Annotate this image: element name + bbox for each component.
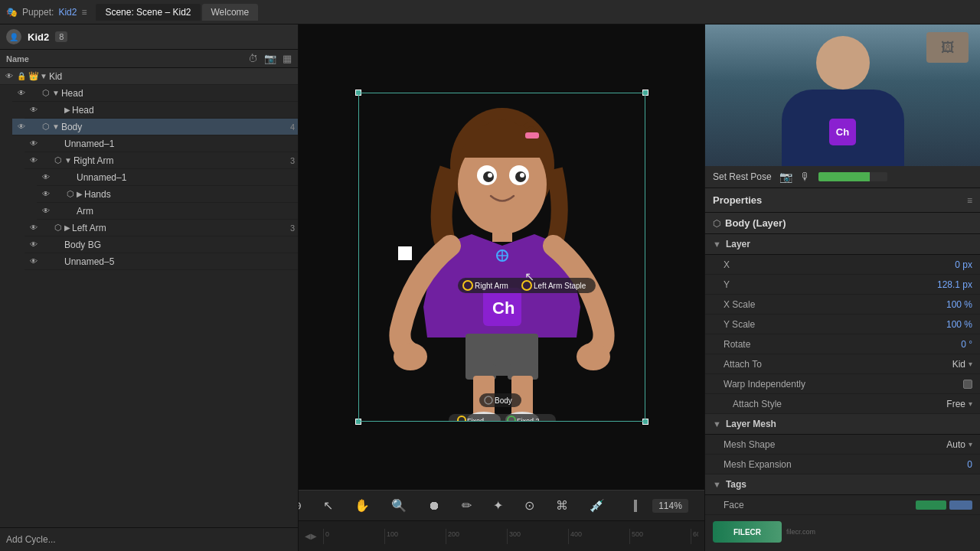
corner-handle-tl[interactable]: [355, 90, 361, 96]
visibility-toggle[interactable]: 👁: [15, 122, 28, 131]
layer-name: Left Arm: [72, 223, 279, 233]
puppet-pin-tool[interactable]: ✦: [488, 495, 508, 516]
prop-value[interactable]: 100 %: [926, 319, 972, 330]
lock-icon[interactable]: 🔒: [15, 72, 28, 80]
user-name[interactable]: Kid2: [28, 31, 49, 43]
prop-value[interactable]: 0 °: [926, 339, 972, 350]
expand-arrow[interactable]: ▼: [52, 89, 60, 97]
add-cycle-button[interactable]: Add Cycle...: [6, 534, 56, 545]
visibility-toggle[interactable]: 👁: [28, 106, 40, 114]
ruler-mark: 100: [384, 529, 446, 544]
layer-row[interactable]: 👁 ⬡ ▶ Hands: [37, 186, 298, 203]
expand-arrow[interactable]: ▶: [64, 223, 70, 232]
corner-handle-tr[interactable]: [642, 90, 648, 96]
warp-tool[interactable]: ⌘: [551, 495, 573, 516]
mesh-shape-value: Auto: [946, 439, 965, 450]
layer-section-header[interactable]: ▼ Layer: [705, 234, 980, 255]
svg-text:Left Arm Staple: Left Arm Staple: [534, 282, 586, 290]
tab-welcome[interactable]: Welcome: [202, 4, 259, 21]
expand-arrow[interactable]: ▼: [52, 122, 60, 131]
record-tool[interactable]: ⏺: [423, 496, 445, 516]
camera-icon[interactable]: 📷: [264, 53, 276, 64]
corner-handle-bl[interactable]: [355, 419, 361, 425]
visibility-toggle[interactable]: 👁: [40, 207, 52, 215]
webcam-icon[interactable]: 📷: [779, 171, 792, 183]
mesh-shape-dropdown[interactable]: Auto ▾: [946, 439, 972, 450]
prop-value[interactable]: 128.1 px: [926, 279, 972, 290]
eyedropper-tool[interactable]: 💉: [585, 495, 609, 516]
puppet-menu-icon[interactable]: ≡: [81, 7, 87, 18]
layer-row[interactable]: 👁 Arm: [37, 203, 298, 220]
visibility-toggle[interactable]: 👁: [40, 190, 52, 198]
add-puppet-button[interactable]: ⊕: [299, 495, 306, 516]
layer-name: Head: [72, 105, 279, 116]
pen-tool[interactable]: ✏: [457, 495, 476, 516]
prop-label: Attach To: [724, 359, 952, 370]
tab-scene[interactable]: Scene: Scene – Kid2: [96, 4, 200, 21]
ruler-mark: 400: [568, 529, 629, 544]
timer-icon[interactable]: ⏱: [248, 53, 258, 64]
layer-row[interactable]: 👁 ⬡ ▼ Head: [12, 85, 298, 102]
attach-style-dropdown[interactable]: Free ▾: [946, 399, 972, 409]
timeline: ◀▶ 0 100 200 300 400 500 600 700 800 900: [299, 520, 704, 551]
visibility-toggle[interactable]: 👁: [28, 223, 40, 232]
properties-menu-icon[interactable]: ≡: [967, 195, 972, 206]
canvas-content[interactable]: Fixed Fixed 2 Ch: [299, 24, 704, 490]
layer-row[interactable]: 👁 Unnamed–1: [24, 135, 298, 152]
layer-list: 👁 🔒 👑 ▼ Kid 👁 ⬡ ▼ Head 👁 ▶: [0, 68, 298, 527]
group-icon: 👑: [28, 71, 40, 81]
visibility-toggle[interactable]: 👁: [28, 156, 40, 165]
set-rest-pose-button[interactable]: Set Rest Pose: [713, 171, 772, 182]
expand-arrow[interactable]: ▼: [64, 156, 72, 165]
video-head: [816, 36, 870, 90]
right-panel: Camera & Microphone ≡ Ch 🖼: [704, 24, 980, 551]
expand-arrow[interactable]: ▶: [77, 190, 83, 198]
zoom-level[interactable]: 114%: [652, 499, 688, 513]
zoom-tool[interactable]: 🔍: [387, 495, 411, 516]
layer-row[interactable]: 👁 ⬡ ▶ Left Arm 3: [24, 220, 298, 236]
attach-to-dropdown[interactable]: Kid ▾: [952, 359, 972, 370]
layer-name: Unnamed–1: [64, 139, 279, 149]
tags-properties: Face: [705, 495, 980, 515]
expand-arrow[interactable]: ▼: [40, 72, 47, 80]
visibility-toggle[interactable]: 👁: [15, 89, 28, 97]
svg-text:Body: Body: [495, 396, 512, 405]
visibility-toggle[interactable]: 👁: [28, 240, 40, 249]
puppet-name[interactable]: Kid2: [58, 7, 77, 18]
group-icon: ⬡: [52, 223, 64, 233]
hand-tool[interactable]: ✋: [350, 495, 374, 516]
layer-row[interactable]: 👁 🔒 👑 ▼ Kid: [0, 68, 298, 85]
dropdown-arrow[interactable]: ▾: [969, 360, 972, 368]
visibility-toggle[interactable]: 👁: [3, 72, 15, 80]
select-tool[interactable]: ↖: [318, 495, 338, 516]
visibility-toggle[interactable]: 👁: [28, 139, 40, 148]
layer-row[interactable]: 👁 ▶ Head: [24, 102, 298, 119]
dropdown-arrow[interactable]: ▾: [969, 399, 972, 408]
layer-row[interactable]: 👁 ⬡ ▼ Right Arm 3: [24, 152, 298, 169]
audio-level-bar: [818, 172, 887, 181]
section-title: Layer: [726, 239, 750, 249]
prop-value[interactable]: 0: [926, 459, 972, 470]
tags-section-header[interactable]: ▼ Tags: [705, 474, 980, 495]
prop-value[interactable]: 0 px: [926, 259, 972, 270]
layer-row[interactable]: 👁 Body BG: [24, 236, 298, 253]
corner-handle-br[interactable]: [642, 419, 648, 425]
reference-square: [398, 246, 412, 260]
prop-value[interactable]: 100 %: [926, 299, 972, 310]
visibility-toggle[interactable]: 👁: [40, 173, 52, 181]
layer-row[interactable]: 👁 ⬡ ▼ Body 4: [12, 119, 298, 135]
grid-icon[interactable]: ▦: [283, 53, 292, 64]
orbit-tool[interactable]: ⊙: [520, 495, 539, 516]
dropdown-arrow[interactable]: ▾: [969, 440, 972, 448]
layer-row[interactable]: 👁 Unnamed–1: [37, 169, 298, 186]
svg-point-4: [577, 343, 610, 370]
layer-row[interactable]: 👁 Unnamed–5: [24, 253, 298, 270]
zoom-dropdown[interactable]: ▾: [701, 495, 704, 516]
layer-name: Unnamed–1: [77, 172, 279, 183]
microphone-icon[interactable]: 🎙: [800, 171, 811, 183]
layer-mesh-section-header[interactable]: ▼ Layer Mesh: [705, 414, 980, 435]
visibility-toggle[interactable]: 👁: [28, 257, 40, 266]
expand-arrow[interactable]: ▶: [64, 106, 70, 114]
warp-independently-checkbox[interactable]: [963, 380, 972, 389]
timeline-ruler[interactable]: 0 100 200 300 400 500 600 700 800 900: [323, 529, 698, 544]
